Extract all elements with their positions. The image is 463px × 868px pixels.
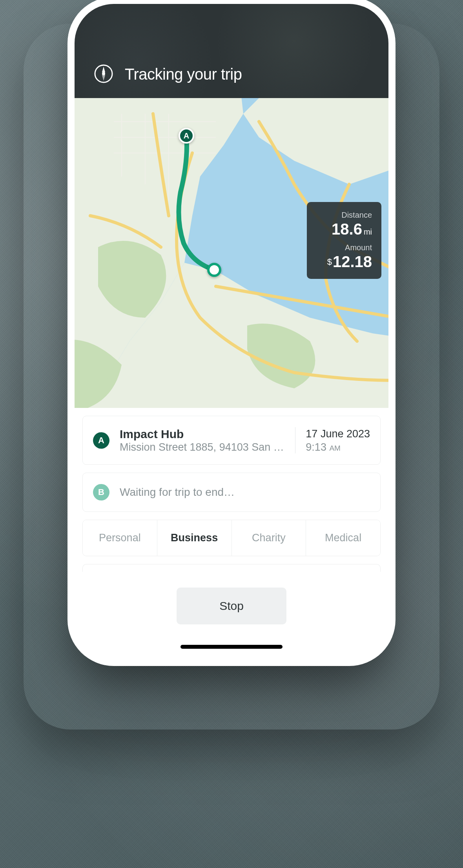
compass-icon bbox=[94, 64, 113, 83]
category-charity[interactable]: Charity bbox=[232, 520, 306, 556]
destination-waiting-text: Waiting for trip to end… bbox=[120, 486, 370, 499]
origin-card[interactable]: A Impact Hub Mission Street 1885, 94103 … bbox=[82, 416, 381, 465]
map-view[interactable]: A Distance 18.6mi Amount $12.18 bbox=[75, 98, 388, 408]
trip-stats-overlay: Distance 18.6mi Amount $12.18 bbox=[307, 202, 381, 279]
origin-address: Mission Street 1885, 94103 San Fra… bbox=[120, 441, 287, 453]
category-selector: Personal Business Charity Medical bbox=[82, 520, 381, 556]
category-personal[interactable]: Personal bbox=[83, 520, 157, 556]
partial-card bbox=[82, 564, 381, 572]
header-title: Tracking your trip bbox=[125, 66, 242, 83]
category-medical[interactable]: Medical bbox=[306, 520, 380, 556]
origin-badge: A bbox=[93, 432, 109, 449]
pin-origin-label: A bbox=[184, 131, 189, 140]
phone-frame: Tracking your trip bbox=[75, 4, 388, 659]
map-pin-origin: A bbox=[179, 128, 194, 144]
origin-timestamp: 17 June 2023 9:13 AM bbox=[295, 427, 370, 453]
app-header: Tracking your trip bbox=[75, 4, 388, 98]
distance-label: Distance bbox=[316, 211, 372, 220]
home-indicator[interactable] bbox=[180, 645, 283, 649]
amount-value: $12.18 bbox=[316, 253, 372, 270]
category-business[interactable]: Business bbox=[157, 520, 232, 556]
stop-button-area: Stop bbox=[75, 572, 388, 648]
amount-label: Amount bbox=[316, 243, 372, 252]
distance-value: 18.6mi bbox=[316, 220, 372, 238]
destination-card[interactable]: B Waiting for trip to end… bbox=[82, 473, 381, 512]
destination-badge: B bbox=[93, 484, 109, 500]
current-location-marker bbox=[207, 263, 221, 277]
trip-details-panel: A Impact Hub Mission Street 1885, 94103 … bbox=[75, 416, 388, 572]
origin-name: Impact Hub bbox=[120, 427, 287, 441]
stop-button[interactable]: Stop bbox=[177, 588, 286, 624]
